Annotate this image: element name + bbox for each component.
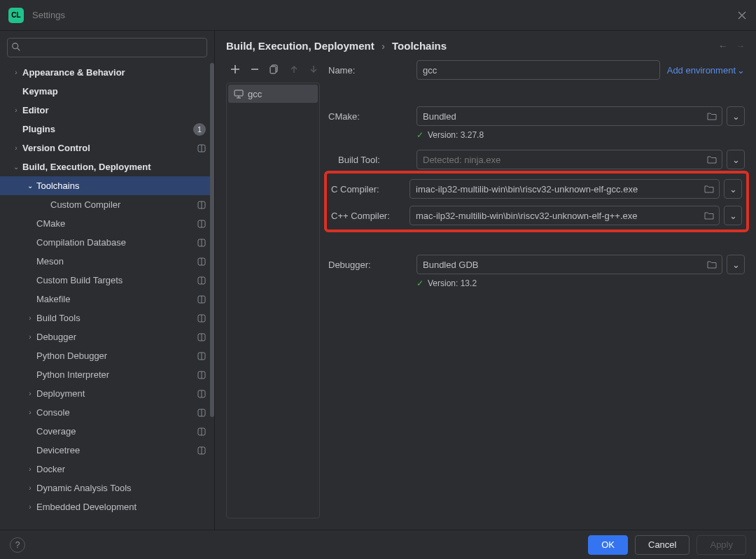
cxxcompiler-field[interactable]	[410, 206, 720, 225]
debugger-version-text: Version: 13.2	[428, 278, 477, 288]
cmake-label: CMake:	[328, 111, 416, 122]
move-up-icon	[289, 64, 299, 76]
sidebar-item-devicetree[interactable]: Devicetree	[0, 441, 214, 460]
buildtool-label: Build Tool:	[338, 155, 416, 165]
scope-icon	[197, 446, 206, 455]
cxxcompiler-dropdown-button[interactable]: ⌄	[724, 206, 742, 225]
search-icon	[11, 42, 21, 52]
close-icon[interactable]	[736, 10, 748, 21]
ccompiler-field[interactable]	[410, 179, 720, 199]
sidebar-item-label: Appearance & Behavior	[22, 67, 206, 78]
buildtool-field[interactable]	[416, 150, 722, 169]
sidebar-item-custom-build-targets[interactable]: Custom Build Targets	[0, 271, 214, 290]
sidebar-item-label: Keymap	[22, 86, 206, 97]
debugger-row: Debugger: ⌄	[328, 255, 745, 274]
sidebar-item-label: Devicetree	[36, 445, 197, 455]
check-icon: ✓	[416, 278, 424, 288]
sidebar-item-appearance-behavior[interactable]: ›Appearance & Behavior	[0, 63, 214, 82]
search-input[interactable]	[7, 38, 207, 57]
cmake-field[interactable]	[416, 106, 722, 126]
chevron-right-icon[interactable]: ›	[24, 409, 36, 416]
sidebar-item-plugins[interactable]: Plugins1	[0, 120, 214, 139]
svg-rect-17	[270, 66, 276, 73]
copy-icon[interactable]	[270, 64, 279, 76]
sidebar-item-label: Docker	[36, 464, 206, 474]
sidebar-item-console[interactable]: ›Console	[0, 403, 214, 422]
chevron-right-icon[interactable]: ›	[24, 484, 36, 492]
tree-scrollbar[interactable]	[209, 63, 214, 530]
sidebar-item-deployment[interactable]: ›Deployment	[0, 384, 214, 403]
name-field[interactable]	[416, 60, 660, 80]
ccompiler-dropdown-button[interactable]: ⌄	[724, 179, 742, 199]
list-item-label: gcc	[248, 89, 262, 99]
debugger-field[interactable]	[416, 255, 722, 274]
sidebar-item-cmake[interactable]: CMake	[0, 214, 214, 233]
chevron-right-icon[interactable]: ›	[24, 333, 36, 341]
sidebar-item-debugger[interactable]: ›Debugger	[0, 327, 214, 346]
apply-button[interactable]: Apply	[696, 535, 746, 555]
scope-icon	[197, 427, 206, 436]
debugger-label: Debugger:	[328, 260, 416, 270]
sidebar-item-coverage[interactable]: Coverage	[0, 422, 214, 441]
sidebar-item-makefile[interactable]: Makefile	[0, 290, 214, 309]
sidebar-item-custom-compiler[interactable]: Custom Compiler	[0, 195, 214, 214]
sidebar-item-label: Debugger	[36, 332, 197, 342]
sidebar-item-label: Dynamic Analysis Tools	[36, 483, 206, 493]
cancel-button[interactable]: Cancel	[635, 535, 690, 555]
svg-point-0	[13, 43, 18, 49]
nav-forward-icon[interactable]: →	[736, 41, 745, 51]
nav-back-icon[interactable]: ←	[718, 41, 727, 51]
sidebar-item-dynamic-analysis-tools[interactable]: ›Dynamic Analysis Tools	[0, 479, 214, 497]
sidebar-item-python-debugger[interactable]: Python Debugger	[0, 346, 214, 365]
settings-tree[interactable]: ›Appearance & BehaviorKeymap›EditorPlugi…	[0, 63, 214, 530]
breadcrumb: Build, Execution, Deployment › Toolchain…	[226, 40, 447, 52]
settings-sidebar: ›Appearance & BehaviorKeymap›EditorPlugi…	[0, 31, 215, 530]
help-button[interactable]: ?	[10, 537, 25, 553]
toolchain-list-column: gcc	[226, 60, 320, 518]
breadcrumb-a[interactable]: Build, Execution, Deployment	[226, 40, 374, 52]
sidebar-item-label: Custom Build Targets	[36, 275, 197, 285]
scope-icon	[197, 257, 206, 266]
sidebar-item-toolchains[interactable]: ⌄Toolchains	[0, 176, 214, 195]
scrollbar-thumb[interactable]	[210, 63, 214, 417]
ok-button[interactable]: OK	[588, 535, 628, 555]
sidebar-item-label: Python Interpreter	[36, 369, 197, 380]
chevron-down-icon[interactable]: ⌄	[10, 163, 22, 171]
sidebar-item-build-execution-deployment[interactable]: ⌄Build, Execution, Deployment	[0, 157, 214, 176]
chevron-right-icon[interactable]: ›	[10, 69, 22, 76]
sidebar-item-python-interpreter[interactable]: Python Interpreter	[0, 365, 214, 384]
sidebar-item-label: Build, Execution, Deployment	[22, 162, 206, 172]
toolchain-list[interactable]: gcc	[226, 83, 320, 518]
remove-icon[interactable]	[250, 64, 260, 76]
sidebar-item-embedded-development[interactable]: ›Embedded Development	[0, 497, 214, 516]
scope-icon	[197, 390, 206, 398]
chevron-down-icon: ⌄	[732, 260, 740, 270]
breadcrumb-nav: ← →	[718, 41, 745, 51]
chevron-right-icon[interactable]: ›	[24, 314, 36, 322]
cmake-dropdown-button[interactable]: ⌄	[727, 106, 745, 126]
chevron-right-icon[interactable]: ›	[24, 390, 36, 397]
sidebar-item-compilation-database[interactable]: Compilation Database	[0, 233, 214, 252]
sidebar-item-editor[interactable]: ›Editor	[0, 101, 214, 120]
sidebar-item-meson[interactable]: Meson	[0, 252, 214, 271]
debugger-dropdown-button[interactable]: ⌄	[727, 255, 745, 274]
sidebar-item-docker[interactable]: ›Docker	[0, 460, 214, 479]
chevron-down-icon[interactable]: ⌄	[24, 182, 36, 190]
debugger-version-line: ✓ Version: 13.2	[416, 278, 745, 288]
cmake-row: CMake: ⌄	[328, 106, 745, 126]
chevron-right-icon[interactable]: ›	[10, 106, 22, 114]
chevron-right-icon[interactable]: ›	[24, 465, 36, 473]
chevron-right-icon[interactable]: ›	[10, 144, 22, 152]
scope-icon	[197, 201, 206, 209]
sidebar-item-build-tools[interactable]: ›Build Tools	[0, 309, 214, 327]
list-item[interactable]: gcc	[228, 85, 318, 103]
buildtool-dropdown-button[interactable]: ⌄	[727, 150, 745, 169]
sidebar-item-keymap[interactable]: Keymap	[0, 82, 214, 101]
add-icon[interactable]	[230, 64, 240, 76]
list-toolbar	[226, 60, 320, 80]
chevron-down-icon: ⌄	[729, 184, 737, 194]
chevron-right-icon[interactable]: ›	[24, 503, 36, 511]
add-environment-link[interactable]: Add environment ⌄	[667, 65, 745, 76]
sidebar-item-label: CMake	[36, 218, 197, 229]
sidebar-item-version-control[interactable]: ›Version Control	[0, 139, 214, 157]
